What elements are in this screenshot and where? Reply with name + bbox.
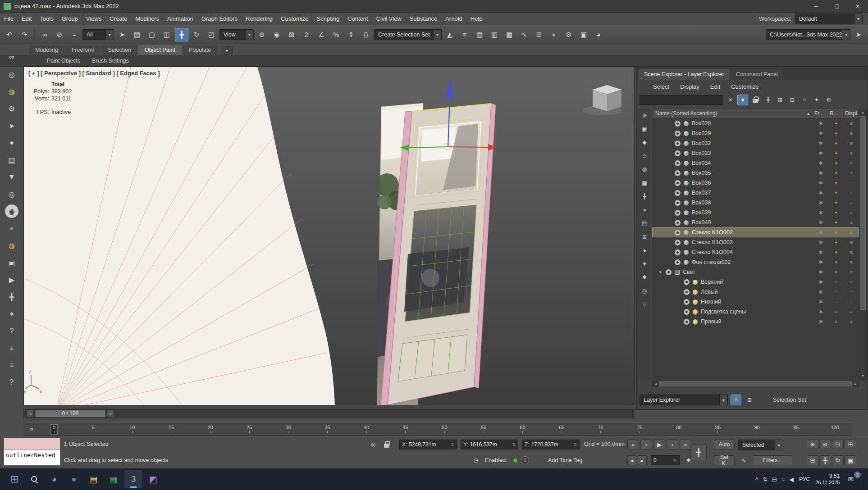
render-toggle-icon[interactable] xyxy=(828,121,844,127)
render-toggle-icon[interactable] xyxy=(828,131,844,136)
undo-icon[interactable]: ↶ xyxy=(3,28,16,41)
explorer-mode-select[interactable]: Layer Explorer xyxy=(640,395,728,405)
explorer-row[interactable]: Нижний xyxy=(652,297,859,307)
frozen-toggle-icon[interactable] xyxy=(813,160,828,166)
visibility-eye-icon[interactable] xyxy=(675,160,681,166)
frozen-toggle-icon[interactable] xyxy=(813,230,828,236)
visibility-eye-icon[interactable] xyxy=(675,259,681,265)
current-frame-field[interactable]: 0 xyxy=(651,455,680,465)
next-key-icon[interactable]: ▸ xyxy=(638,455,647,465)
edit-named-selections-icon[interactable]: {} xyxy=(359,28,373,41)
render-toggle-icon[interactable] xyxy=(828,279,844,285)
explorer-column-header[interactable]: Name (Sorted Ascending) ▲ Fr... R... Dis… xyxy=(652,109,859,118)
rendered-frame-icon[interactable]: ▣ xyxy=(577,28,590,41)
render-toggle-icon[interactable] xyxy=(828,210,844,216)
explorer-vertical-scrollbar[interactable] xyxy=(859,109,867,380)
sphere-icon[interactable]: ● xyxy=(5,222,18,235)
column-frozen[interactable]: Fr... xyxy=(813,110,828,117)
frozen-toggle-icon[interactable] xyxy=(813,309,828,315)
key-filter-select[interactable]: Selected xyxy=(738,440,783,450)
menu-item[interactable]: Animation xyxy=(163,13,197,25)
visibility-eye-icon[interactable] xyxy=(675,250,681,255)
display-cameras-icon[interactable]: ▦ xyxy=(640,178,649,188)
frozen-toggle-icon[interactable] xyxy=(813,289,828,295)
explorer-row[interactable]: Box028 xyxy=(652,118,859,128)
creative-app-icon[interactable]: ◩ xyxy=(144,470,162,488)
frozen-toggle-icon[interactable] xyxy=(813,131,828,136)
display-geometry-icon[interactable]: ◆ xyxy=(640,137,649,147)
named-selection-set-combo[interactable]: Create Selection Set xyxy=(374,29,442,40)
previous-key-icon[interactable]: ◂ xyxy=(627,455,636,465)
visibility-eye-icon[interactable] xyxy=(684,309,690,315)
display-frozen-icon[interactable]: ✱ xyxy=(640,272,649,282)
scroll-right-icon[interactable]: ▸ xyxy=(852,382,859,386)
frozen-toggle-icon[interactable] xyxy=(813,240,828,245)
visibility-eye-icon[interactable] xyxy=(675,230,681,236)
select-and-scale-icon[interactable]: ◰ xyxy=(205,28,218,41)
explorer-menu-item[interactable]: Display xyxy=(680,83,699,90)
render-toggle-icon[interactable] xyxy=(828,250,844,255)
new-layer-icon[interactable]: ╋ xyxy=(763,95,773,105)
display-toggle-icon[interactable] xyxy=(844,299,859,304)
render-toggle-icon[interactable] xyxy=(828,220,844,226)
gear-icon[interactable]: ⚙ xyxy=(5,102,18,115)
go-to-start-icon[interactable]: « xyxy=(627,440,639,449)
column-render[interactable]: R... xyxy=(828,110,843,117)
bind-to-spacewarp-icon[interactable]: ≈ xyxy=(68,28,81,41)
explorer-row[interactable]: Подсветка сцены xyxy=(652,307,859,317)
y-coordinate-field[interactable]: Y: 1616,537m xyxy=(461,440,518,449)
lamp-icon[interactable]: ◍ xyxy=(5,239,18,252)
display-materials-icon[interactable]: ● xyxy=(640,245,649,255)
ribbon-subtab[interactable]: Paint Objects xyxy=(47,58,80,64)
menu-item[interactable]: Edit xyxy=(18,13,36,25)
explorer-row[interactable]: Box034 xyxy=(652,158,859,168)
frozen-toggle-icon[interactable] xyxy=(813,269,828,275)
sync-selection-icon[interactable]: ◎ xyxy=(640,286,649,296)
display-shapes-icon[interactable]: ◇ xyxy=(640,151,649,161)
go-to-end-icon[interactable]: » xyxy=(680,440,691,449)
visibility-eye-icon[interactable] xyxy=(684,319,690,325)
curve-editor-icon[interactable]: ∿ xyxy=(517,28,531,41)
menu-item[interactable]: Views xyxy=(82,13,105,25)
populate-icon[interactable]: ◎ xyxy=(5,68,18,81)
display-xrefs-icon[interactable]: ⊞ xyxy=(640,232,649,242)
set-key-mode-button[interactable]: Set K. xyxy=(714,455,735,465)
workspace-select[interactable]: Default xyxy=(795,14,863,24)
layer-mode-icon[interactable]: ≡ xyxy=(731,395,741,405)
frozen-toggle-icon[interactable] xyxy=(813,170,828,176)
visibility-eye-icon[interactable] xyxy=(675,220,681,226)
about-icon[interactable]: ? xyxy=(5,376,18,389)
ribbon-tab[interactable]: Object Paint xyxy=(138,45,182,55)
render-toggle-icon[interactable] xyxy=(828,259,844,265)
sort-mode-icon[interactable]: ▼ xyxy=(640,259,649,269)
angle-snap-icon[interactable]: ∠ xyxy=(315,28,328,41)
auto-key-button[interactable]: Auto xyxy=(714,440,735,449)
visibility-eye-icon[interactable] xyxy=(675,240,681,245)
taskbar-clock[interactable]: 9:51 26.11.2025 xyxy=(815,473,840,486)
explorer-row[interactable]: Box037 xyxy=(652,188,859,198)
notes-list-icon[interactable]: ≡ xyxy=(5,358,18,372)
timeline-ruler[interactable]: 0510152025303540455055606570758085909510… xyxy=(23,422,852,436)
display-toggle-icon[interactable] xyxy=(844,240,859,245)
add-time-tag[interactable]: Add Time Tag xyxy=(548,457,582,463)
move-cross-icon[interactable]: ╋ xyxy=(5,290,18,304)
menu-item[interactable]: Arnold xyxy=(441,13,466,25)
explorer-row[interactable]: Box033 xyxy=(652,148,859,158)
ribbon-tab[interactable]: Freeform xyxy=(65,45,101,55)
explorer-row[interactable]: Стекло K1O003 xyxy=(652,237,859,247)
material-editor-icon[interactable]: ● xyxy=(547,28,561,41)
scrollbar-thumb[interactable] xyxy=(659,381,852,386)
pick-material-icon[interactable]: ✦ xyxy=(811,95,822,105)
spinner-icon[interactable] xyxy=(451,442,454,447)
ribbon-tab[interactable]: Selection xyxy=(101,45,137,55)
pin-icon[interactable]: ▼ xyxy=(5,170,18,184)
torus-icon[interactable]: ◎ xyxy=(5,187,18,201)
maximize-viewport-icon[interactable]: ▣ xyxy=(845,455,856,465)
tab-scene-explorer[interactable]: Scene Explorer - Layer Explorer xyxy=(639,69,730,80)
unlink-selection-icon[interactable]: ⊘ xyxy=(53,28,66,41)
display-toggle-icon[interactable] xyxy=(844,170,859,176)
display-toggle-icon[interactable] xyxy=(844,309,859,314)
toggle-ribbon-icon[interactable]: ▦ xyxy=(503,28,516,41)
render-toggle-icon[interactable] xyxy=(828,299,844,304)
keyboard-override-icon[interactable]: ⊠ xyxy=(285,28,298,41)
